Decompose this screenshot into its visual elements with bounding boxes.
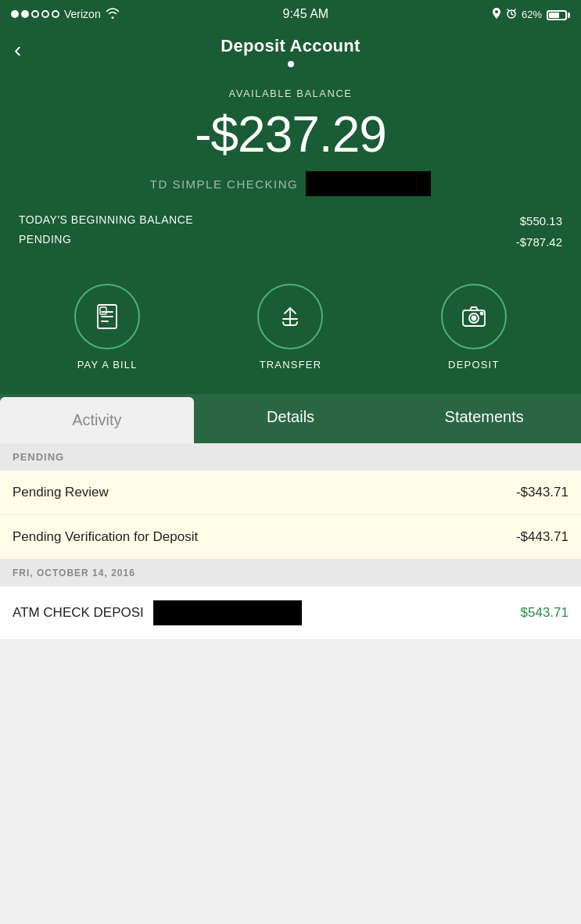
atm-left: ATM CHECK DEPOSI — [13, 600, 302, 625]
pending-value: -$787.42 — [516, 231, 562, 252]
battery-percentage: 62% — [522, 9, 542, 20]
alarm-icon — [506, 8, 517, 21]
transfer-button[interactable]: TRANSFER — [257, 284, 323, 371]
page-title: Deposit Account — [221, 36, 360, 56]
pay-bill-button[interactable]: PAY A BILL — [74, 284, 140, 371]
balance-values: $550.13 -$787.42 — [516, 210, 562, 252]
svg-point-11 — [480, 313, 482, 315]
beginning-balance-value: $550.13 — [516, 210, 562, 231]
transfer-icon — [275, 302, 305, 331]
balance-details: TODAY'S BEGINNING BALANCE PENDING $550.1… — [19, 210, 562, 252]
actions-section: PAY A BILL TRANSFER DEPOSIT — [0, 276, 581, 394]
wifi-icon — [106, 8, 120, 21]
atm-details-redacted — [153, 600, 302, 625]
pending-row-2-label: Pending Verification for Deposit — [13, 529, 198, 545]
pending-row-2-amount: -$443.71 — [516, 529, 568, 545]
svg-rect-5 — [100, 307, 106, 314]
transfer-circle — [257, 284, 323, 349]
status-bar: Verizon 9:45 AM 62% — [0, 0, 581, 28]
pending-row-1-label: Pending Review — [13, 485, 109, 500]
status-right: 62% — [492, 8, 570, 21]
tab-statements[interactable]: Statements — [387, 394, 581, 443]
content-area: PENDING Pending Review -$343.71 Pending … — [0, 443, 581, 756]
pending-row-2[interactable]: Pending Verification for Deposit -$443.7… — [0, 515, 581, 560]
battery-icon — [547, 8, 570, 20]
beginning-balance-label: TODAY'S BEGINNING BALANCE — [19, 210, 193, 230]
balance-section: AVAILABLE BALANCE -$237.29 TD SIMPLE CHE… — [0, 72, 581, 276]
signal-dots — [11, 8, 59, 20]
balance-amount: -$237.29 — [19, 106, 562, 163]
deposit-button[interactable]: DEPOSIT — [441, 284, 507, 371]
header-dot — [288, 61, 294, 67]
carrier-label: Verizon — [64, 8, 101, 20]
pending-row-1[interactable]: Pending Review -$343.71 — [0, 471, 581, 515]
svg-point-10 — [472, 317, 475, 321]
balance-labels: TODAY'S BEGINNING BALANCE PENDING — [19, 210, 193, 249]
pending-section-header: PENDING — [0, 443, 581, 471]
back-button[interactable]: ‹ — [14, 39, 21, 61]
account-name: TD SIMPLE CHECKING — [19, 171, 562, 196]
available-balance-label: AVAILABLE BALANCE — [19, 88, 562, 99]
bill-icon — [92, 302, 122, 331]
deposit-label: DEPOSIT — [448, 359, 499, 371]
tab-activity[interactable]: Activity — [0, 397, 194, 443]
tabs-section: Activity Details Statements — [0, 394, 581, 443]
status-time: 9:45 AM — [282, 7, 328, 21]
atm-amount: $543.71 — [521, 605, 568, 621]
date-section-header: FRI, OCTOBER 14, 2016 — [0, 560, 581, 586]
page-header: ‹ Deposit Account — [0, 28, 581, 72]
account-number-redacted — [306, 171, 431, 196]
pending-row-1-amount: -$343.71 — [516, 485, 568, 500]
deposit-circle — [441, 284, 507, 349]
atm-label: ATM CHECK DEPOSI — [13, 605, 144, 621]
location-icon — [492, 8, 501, 21]
tab-details[interactable]: Details — [194, 394, 388, 443]
pay-bill-label: PAY A BILL — [77, 359, 138, 371]
pay-bill-circle — [74, 284, 140, 349]
transfer-label: TRANSFER — [260, 359, 322, 371]
pending-label: PENDING — [19, 230, 193, 249]
camera-icon — [459, 302, 489, 331]
status-left: Verizon — [11, 8, 120, 21]
atm-transaction-row[interactable]: ATM CHECK DEPOSI $543.71 — [0, 586, 581, 640]
